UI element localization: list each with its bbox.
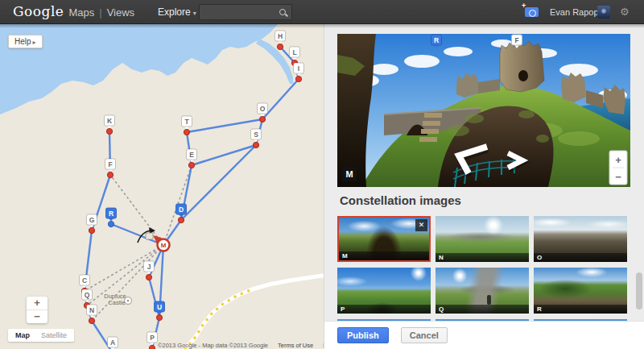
top-bar: Google Maps | Views Explore▾ + Evan Rapo… — [0, 0, 644, 24]
help-button[interactable]: Help▸ — [8, 35, 43, 48]
map-zoom-control: + − — [27, 297, 47, 323]
thumbnail-label: Q — [436, 305, 529, 314]
node-dot — [277, 44, 283, 49]
map-node-E[interactable]: E — [187, 149, 197, 168]
thumbnail-n[interactable]: N — [436, 216, 529, 262]
node-letter: S — [254, 131, 258, 139]
panorama-viewer[interactable]: M + − R F — [337, 34, 630, 187]
thumbnail-q[interactable]: Q — [436, 268, 529, 314]
constellation-map[interactable]: DunluceCastleHLIKOTSEFRDGMJCQUNPA — [0, 24, 324, 349]
thumbnail-label: N — [436, 253, 529, 262]
search-icon — [279, 9, 286, 15]
search-button[interactable] — [274, 5, 291, 19]
map-panel[interactable]: DunluceCastleHLIKOTSEFRDGMJCQUNPA Help▸ … — [0, 24, 324, 349]
thumbnail-o[interactable]: O — [534, 216, 627, 262]
attribution-copyright: ©2013 Google - Map data ©2013 Google — [158, 342, 268, 349]
edge-I-O — [262, 79, 299, 119]
explore-menu[interactable]: Explore▾ — [158, 6, 196, 18]
rotation-handle[interactable] — [146, 233, 153, 239]
node-shield-pointer — [278, 41, 283, 44]
node-shield-pointer — [82, 285, 87, 288]
node-letter: T — [184, 118, 189, 126]
node-letter: I — [298, 64, 299, 73]
search-input[interactable] — [200, 5, 274, 19]
node-letter: N — [89, 306, 94, 314]
node-letter: J — [147, 263, 151, 271]
map-node-F[interactable]: F — [105, 159, 116, 178]
map-node-A[interactable]: A — [108, 337, 118, 349]
map-zoom-out-button[interactable]: − — [27, 310, 47, 323]
thumbnail-p[interactable]: P — [337, 268, 431, 314]
node-letter: A — [110, 339, 115, 347]
map-node-H[interactable]: H — [275, 31, 286, 50]
node-shield-pointer — [292, 57, 297, 60]
map-node-M[interactable]: M — [153, 235, 170, 251]
thumbnail-label: R — [534, 305, 627, 314]
map-node-R[interactable]: R — [106, 208, 117, 227]
avatar[interactable] — [597, 6, 610, 19]
node-letter: E — [189, 151, 194, 159]
node-dot — [107, 172, 113, 177]
map-node-D[interactable]: D — [176, 204, 187, 223]
thumbnail-label: P — [337, 305, 431, 314]
thumbnail-r[interactable]: R — [534, 268, 627, 314]
node-letter: P — [150, 334, 155, 342]
node-letter: K — [107, 117, 113, 125]
map-node-P[interactable]: P — [147, 332, 158, 349]
node-dot — [295, 76, 301, 81]
svg-text:F: F — [514, 36, 518, 44]
scrollbar-thumb[interactable] — [636, 272, 642, 310]
node-dot — [188, 162, 194, 168]
node-dot — [89, 318, 94, 323]
poi-dot — [127, 300, 130, 302]
node-letter: F — [108, 160, 112, 168]
map-node-G[interactable]: G — [87, 214, 97, 234]
node-shield-pointer — [184, 127, 189, 129]
node-dot — [149, 345, 155, 349]
svg-text:R: R — [434, 36, 439, 44]
map-node-S[interactable]: S — [251, 129, 262, 148]
map-node-U[interactable]: U — [155, 301, 165, 321]
node-shield-pointer — [189, 160, 194, 162]
poi-label-line2: Castle — [108, 299, 125, 306]
node-dot — [89, 227, 94, 233]
search-box — [199, 4, 292, 20]
help-arrow-icon: ▸ — [33, 39, 36, 46]
pano-zoom-control: + − — [609, 151, 627, 185]
road — [185, 276, 322, 349]
gear-icon[interactable]: ⚙ — [620, 6, 630, 18]
map-water-inlet — [256, 39, 293, 84]
map-node-K[interactable]: K — [105, 115, 115, 135]
pano-zoom-out[interactable]: − — [615, 171, 621, 183]
node-dot — [184, 129, 189, 135]
map-type-map-button[interactable]: Map — [10, 331, 35, 339]
map-node-N[interactable]: N — [87, 305, 97, 324]
thumbnail-m[interactable]: M✕ — [337, 216, 431, 262]
map-node-J[interactable]: J — [144, 261, 155, 280]
node-letter: G — [89, 216, 95, 224]
publish-button[interactable]: Publish — [337, 327, 389, 343]
node-letter: C — [82, 276, 87, 285]
pano-zoom-in[interactable]: + — [615, 154, 621, 166]
terms-of-use-link[interactable]: Terms of Use — [278, 342, 313, 349]
map-type-control: Map Satellite — [8, 329, 74, 342]
map-zoom-in-button[interactable]: + — [27, 297, 47, 310]
node-letter: O — [260, 105, 266, 113]
logo-separator: | — [99, 6, 101, 19]
svg-text:M: M — [345, 169, 353, 179]
map-type-satellite-button[interactable]: Satellite — [35, 331, 72, 339]
node-letter: Q — [85, 291, 90, 299]
node-letter: D — [179, 206, 184, 214]
logo-maps: Maps — [68, 6, 94, 19]
editor-panel: M + − R F Constellation images M✕NOPQR — [324, 24, 644, 349]
map-node-I[interactable]: I — [294, 63, 304, 82]
explore-label: Explore — [158, 6, 191, 18]
node-letter: R — [109, 210, 114, 218]
chevron-down-icon: ▾ — [193, 10, 196, 17]
add-photosphere-button[interactable] — [525, 7, 539, 17]
dashed-edge-M-N — [92, 245, 163, 321]
google-maps-views-logo[interactable]: Google Maps | Views — [13, 3, 134, 19]
close-icon[interactable]: ✕ — [415, 219, 427, 231]
logo-views: Views — [107, 6, 134, 19]
cancel-button[interactable]: Cancel — [401, 327, 448, 343]
